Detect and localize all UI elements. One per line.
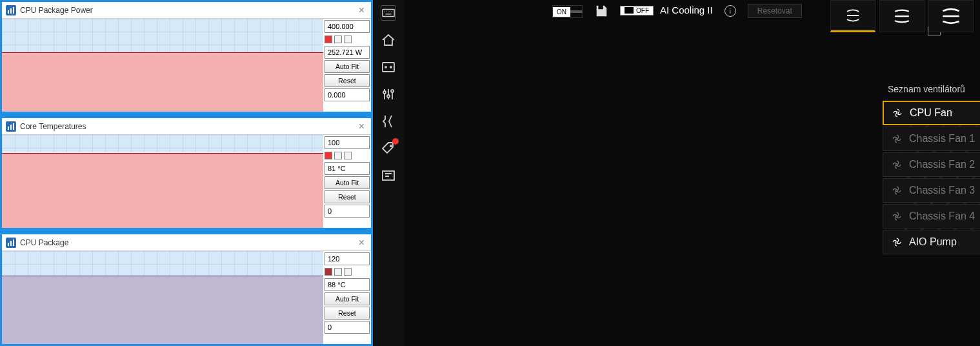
fan-row-0[interactable]: CPU Fan	[883, 101, 980, 125]
close-icon[interactable]: ×	[356, 237, 367, 249]
svg-rect-11	[13, 239, 14, 246]
svg-rect-20	[383, 171, 394, 180]
svg-point-21	[897, 112, 899, 114]
info-icon[interactable]: i	[725, 5, 736, 17]
svg-point-22	[896, 138, 898, 140]
svg-rect-10	[10, 241, 12, 246]
max-readout[interactable]: 400.000	[325, 20, 370, 33]
min-readout[interactable]: 0.000	[325, 88, 370, 101]
panel-title: CPU Package	[20, 238, 356, 247]
fan-icon	[891, 133, 903, 145]
min-readout[interactable]: 0	[325, 205, 370, 218]
panel-cpu-power: CPU Package Power × 400.000 252.721 W Au…	[0, 0, 373, 114]
autofit-button[interactable]: Auto Fit	[325, 292, 370, 305]
fan-icon	[892, 107, 903, 119]
value-readout[interactable]: 88 °C	[325, 278, 370, 291]
ai-cooling-toggle[interactable]: OFF	[620, 6, 654, 15]
fan-icon	[891, 185, 903, 196]
hwinfo-window: CPU Package Power × 400.000 252.721 W Au…	[0, 0, 373, 346]
chart-icon	[6, 238, 16, 248]
fan-label: CPU Fan	[910, 107, 952, 119]
max-readout[interactable]: 120	[325, 252, 370, 265]
fan-row-3[interactable]: Chassis Fan 3	[883, 178, 980, 203]
min-readout[interactable]: 0	[325, 321, 370, 334]
svg-rect-5	[8, 127, 9, 130]
profile-low-button[interactable]	[830, 0, 875, 32]
fan-list-panel: Seznam ventilátorů CPU FanChassis Fan 1C…	[883, 84, 980, 256]
svg-rect-2	[10, 8, 12, 14]
keyboard-icon[interactable]	[381, 5, 396, 21]
fan-label: AIO Pump	[909, 236, 957, 248]
value-readout[interactable]: 81 °C	[325, 162, 370, 175]
svg-rect-1	[8, 10, 9, 14]
reset-button[interactable]: Reset	[325, 74, 370, 87]
autofit-button[interactable]: Auto Fit	[325, 60, 370, 73]
fan-label: Chassis Fan 2	[909, 159, 975, 170]
color-swatches[interactable]	[325, 150, 370, 161]
fan-label: Chassis Fan 1	[909, 133, 975, 145]
tag-icon[interactable]	[381, 141, 396, 156]
fan-icon	[891, 210, 903, 222]
fan-row-1[interactable]: Chassis Fan 1	[883, 127, 980, 151]
dashboard-icon[interactable]	[381, 59, 396, 75]
svg-point-14	[385, 66, 386, 68]
color-swatches[interactable]	[325, 34, 370, 45]
home-icon[interactable]	[381, 32, 396, 48]
fan-row-2[interactable]: Chassis Fan 2	[883, 152, 980, 177]
fan-label: Chassis Fan 3	[909, 185, 975, 196]
graph-area	[2, 135, 323, 228]
profile-mid-button[interactable]	[879, 0, 925, 32]
tools-icon[interactable]	[381, 114, 396, 129]
news-icon[interactable]	[381, 168, 396, 183]
autofit-button[interactable]: Auto Fit	[325, 176, 370, 189]
fan-row-5[interactable]: AIO Pump	[883, 230, 980, 254]
app-sidebar	[373, 0, 404, 346]
notification-badge	[392, 138, 399, 145]
svg-point-17	[387, 95, 390, 97]
sliders-icon[interactable]	[381, 86, 396, 102]
panel-title: CPU Package Power	[20, 6, 356, 15]
fan-list-title: Seznam ventilátorů	[883, 84, 980, 94]
graph-area	[2, 19, 323, 112]
svg-point-18	[391, 90, 394, 92]
fan-label: Chassis Fan 4	[909, 210, 975, 222]
ai-cooling-label: AI Cooling II	[660, 5, 713, 15]
on-toggle[interactable]: ON	[552, 5, 583, 18]
svg-point-25	[896, 216, 898, 218]
reset-button[interactable]: Resetovat	[748, 4, 802, 18]
fan-row-4[interactable]: Chassis Fan 4	[883, 204, 980, 229]
reset-button[interactable]: Reset	[325, 190, 370, 203]
fan-icon	[891, 236, 903, 248]
panel-title: Core Temperatures	[20, 122, 356, 131]
close-icon[interactable]: ×	[356, 121, 367, 132]
svg-rect-13	[383, 63, 394, 72]
color-swatches[interactable]	[325, 267, 370, 277]
svg-rect-9	[8, 243, 9, 246]
chart-icon	[6, 5, 16, 15]
max-readout[interactable]: 100	[325, 136, 370, 149]
svg-point-26	[896, 241, 898, 243]
svg-rect-3	[13, 7, 14, 14]
panel-cpu-package: CPU Package × 120 88 °C Auto Fit Reset 0	[0, 232, 373, 346]
graph-area	[2, 251, 323, 344]
profile-high-button[interactable]	[928, 0, 974, 32]
asus-fan-app: ON OFF AI Cooling II i Resetovat Seznam …	[373, 0, 980, 346]
reset-button[interactable]: Reset	[325, 307, 370, 320]
svg-rect-6	[10, 125, 12, 130]
svg-point-16	[383, 91, 386, 94]
svg-point-23	[896, 164, 898, 166]
panel-core-temps: Core Temperatures × 100 81 °C Auto Fit R…	[0, 116, 373, 230]
fan-icon	[891, 159, 903, 170]
svg-rect-7	[13, 123, 14, 130]
svg-point-24	[896, 190, 898, 192]
svg-point-19	[390, 145, 392, 147]
svg-point-15	[390, 66, 392, 68]
svg-rect-12	[383, 10, 394, 17]
save-icon[interactable]	[594, 4, 608, 18]
close-icon[interactable]: ×	[356, 5, 367, 16]
chart-icon	[6, 121, 16, 132]
fan-profile-buttons	[830, 0, 974, 32]
value-readout[interactable]: 252.721 W	[325, 46, 370, 59]
